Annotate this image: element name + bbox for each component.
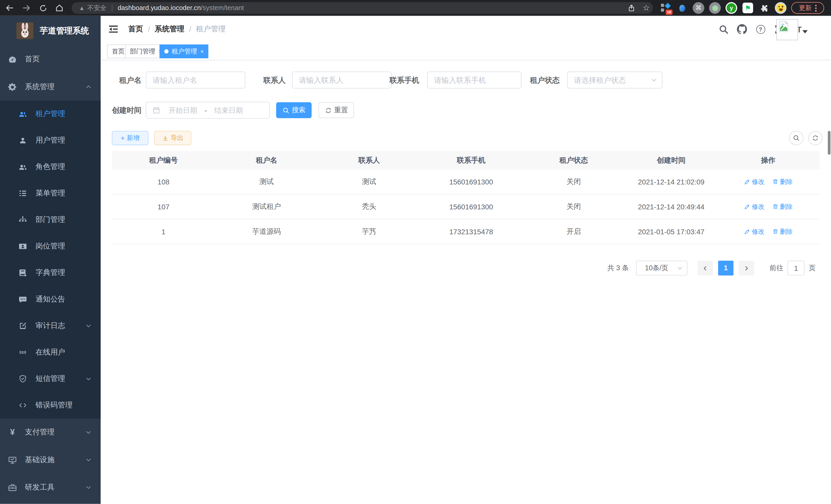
tenant-name-input[interactable] [146, 72, 245, 88]
dev-tools-icon [8, 483, 17, 492]
search-button[interactable]: 搜索 [276, 102, 312, 118]
edit-link[interactable]: 修改 [744, 227, 765, 236]
tenant-name-cell: 测试 [215, 170, 318, 194]
show-search-toggle-button[interactable] [789, 131, 803, 145]
header-search-button[interactable] [718, 23, 729, 35]
status-select-input[interactable] [568, 72, 662, 88]
breadcrumb-system[interactable]: 系统管理 [155, 24, 184, 34]
online-users-icon [19, 348, 27, 357]
page-size-select[interactable]: 10条/页 [636, 261, 687, 276]
reset-button[interactable]: 重置 [319, 102, 354, 118]
edit-pencil-icon [744, 228, 750, 235]
sidebar-item-audit-log[interactable]: 审计日志 [0, 313, 101, 339]
avatar-dropdown-caret[interactable] [802, 30, 808, 33]
prev-page-button[interactable] [697, 261, 713, 276]
export-button[interactable]: 导出 [154, 131, 191, 145]
status-select[interactable] [567, 71, 662, 88]
goto-page-field [787, 261, 805, 276]
next-page-button[interactable] [739, 261, 754, 276]
announcement-icon [19, 295, 27, 304]
chevron-down-icon [651, 77, 657, 83]
tab-tenant[interactable]: 租户管理 × [160, 45, 209, 58]
sidebar-item-error-code[interactable]: 错误码管理 [0, 392, 101, 418]
delete-link[interactable]: 删除 [772, 177, 793, 186]
edit-link[interactable]: 修改 [744, 177, 765, 186]
sidebar-item-sms[interactable]: 短信管理 [0, 365, 101, 392]
start-date-input[interactable] [162, 102, 203, 118]
recorder-extension-icon[interactable] [709, 2, 721, 13]
browser-profile-avatar[interactable] [775, 2, 786, 13]
sidebar-toggle-button[interactable] [108, 24, 119, 34]
page-number-button[interactable]: 1 [718, 261, 734, 276]
github-link[interactable] [736, 23, 748, 35]
add-button[interactable]: + 新增 [112, 131, 148, 145]
browser-back-button[interactable] [3, 0, 16, 16]
sidebar-item-dev-tools[interactable]: 研发工具 [0, 474, 101, 501]
browser-reload-button[interactable] [36, 0, 49, 16]
breadcrumb-home[interactable]: 首页 [128, 24, 143, 34]
sidebar-item-home[interactable]: 首页 [0, 46, 101, 73]
breadcrumb-separator: / [189, 25, 191, 33]
balloon-extension-icon[interactable] [676, 2, 689, 14]
address-bar[interactable]: ▲ 不安全 dashboard.yudao.iocoder.cn/system/… [71, 2, 653, 13]
delete-label: 删除 [780, 177, 793, 186]
sidebar-item-post[interactable]: 岗位管理 [0, 233, 101, 260]
command-extension-icon[interactable]: ⌘ [693, 2, 704, 13]
dashboard-icon [8, 55, 17, 64]
browser-home-button[interactable] [53, 0, 66, 16]
sidebar-item-notice[interactable]: 通知公告 [0, 286, 101, 313]
flag-extension-icon[interactable]: ⚑ [743, 3, 753, 13]
search-icon [718, 24, 728, 34]
extensions-puzzle-button[interactable] [758, 2, 771, 14]
user-avatar[interactable] [776, 19, 798, 40]
delete-label: 删除 [780, 227, 793, 236]
contact-cell: 测试 [318, 170, 420, 194]
browser-scrollbar[interactable] [828, 131, 830, 155]
sidebar-item-label: 角色管理 [35, 162, 65, 172]
chevron-right-icon [744, 265, 749, 271]
security-label[interactable]: 不安全 [87, 3, 106, 12]
security-warning-icon: ▲ [79, 5, 85, 11]
home-icon [55, 4, 64, 12]
created-at-cell: 2021-12-14 20:49:44 [625, 195, 717, 219]
post-badge-icon [19, 242, 27, 251]
browser-forward-button[interactable] [20, 0, 33, 16]
delete-link[interactable]: 删除 [772, 227, 793, 236]
column-header: 租户名 [215, 151, 318, 170]
sidebar-item-menu[interactable]: 菜单管理 [0, 180, 101, 207]
sidebar-item-dict[interactable]: 字典管理 [0, 260, 101, 286]
y-logo-extension-icon[interactable]: y [726, 2, 737, 13]
sidebar-item-role[interactable]: 角色管理 [0, 154, 101, 180]
sidebar-logo[interactable]: 芋道管理系统 [0, 16, 101, 46]
page-content: 租户名 联系人 联系手机 租户状态 创 [101, 60, 831, 504]
table-row: 107 测试租户 秃头 15601691300 关闭 2021-12-14 20… [112, 195, 819, 219]
delete-label: 删除 [780, 202, 793, 211]
tab-close-icon[interactable]: × [200, 48, 204, 55]
sidebar-item-user[interactable]: 用户管理 [0, 127, 101, 154]
infrastructure-icon [8, 455, 17, 465]
sidebar-item-payment[interactable]: ¥ 支付管理 [0, 418, 101, 446]
sidebar-item-system[interactable]: 系统管理 [0, 73, 101, 101]
puzzle-icon [760, 3, 769, 12]
sidebar-item-infrastructure[interactable]: 基础设施 [0, 446, 101, 474]
edit-link[interactable]: 修改 [744, 202, 765, 211]
grid-diamond-extension-icon[interactable]: 10 [659, 2, 672, 14]
refresh-table-button[interactable] [808, 131, 823, 145]
forward-arrow-icon [22, 4, 31, 12]
help-button[interactable]: ? [755, 23, 766, 35]
end-date-input[interactable] [208, 102, 249, 118]
chevron-down-icon [85, 323, 92, 329]
sidebar-item-tenant[interactable]: 租户管理 [0, 101, 101, 127]
bookmark-star-icon[interactable]: ☆ [643, 3, 650, 12]
mobile-input[interactable] [428, 72, 521, 88]
goto-page-input[interactable] [788, 262, 804, 275]
sidebar-item-dept[interactable]: 部门管理 [0, 207, 101, 233]
share-icon[interactable] [627, 4, 635, 12]
goto-label: 前往 [770, 261, 783, 276]
update-button[interactable]: 更新 [791, 2, 824, 13]
delete-link[interactable]: 删除 [772, 202, 793, 211]
sidebar-item-online-users[interactable]: 在线用户 [0, 339, 101, 365]
contact-input[interactable] [293, 72, 391, 88]
date-range-picker[interactable]: - [146, 102, 270, 119]
search-button-label: 搜索 [292, 105, 306, 115]
